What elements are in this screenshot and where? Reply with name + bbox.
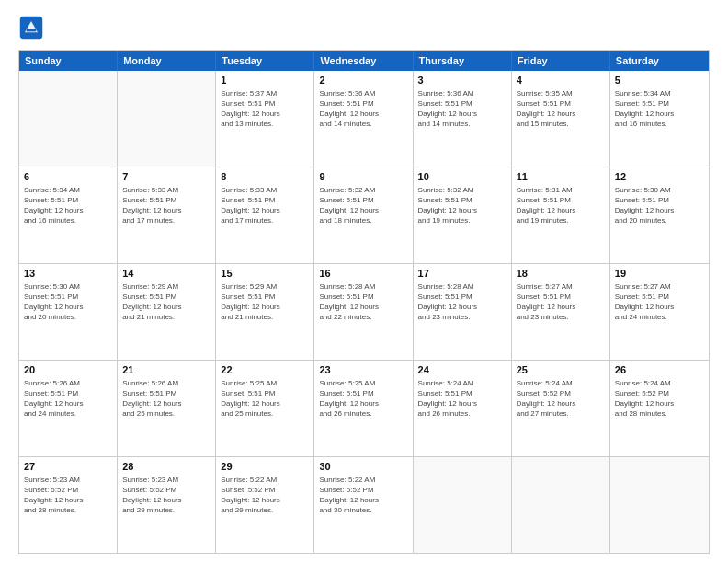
calendar-body: 1Sunrise: 5:37 AM Sunset: 5:51 PM Daylig… <box>19 71 709 553</box>
day-info: Sunrise: 5:28 AM Sunset: 5:51 PM Dayligh… <box>418 282 506 323</box>
day-info: Sunrise: 5:36 AM Sunset: 5:51 PM Dayligh… <box>418 88 506 130</box>
day-info: Sunrise: 5:24 AM Sunset: 5:52 PM Dayligh… <box>517 378 605 419</box>
cal-cell: 8Sunrise: 5:33 AM Sunset: 5:51 PM Daylig… <box>216 167 314 263</box>
cal-cell: 21Sunrise: 5:26 AM Sunset: 5:51 PM Dayli… <box>118 361 216 456</box>
day-info: Sunrise: 5:32 AM Sunset: 5:51 PM Dayligh… <box>418 185 506 226</box>
day-info: Sunrise: 5:24 AM Sunset: 5:51 PM Dayligh… <box>418 378 506 419</box>
day-number: 11 <box>517 170 605 184</box>
cal-header-thursday: Thursday <box>414 51 512 71</box>
day-number: 30 <box>319 460 407 474</box>
day-number: 7 <box>122 170 210 184</box>
cal-cell: 28Sunrise: 5:23 AM Sunset: 5:52 PM Dayli… <box>118 457 216 553</box>
day-number: 9 <box>319 170 407 184</box>
day-number: 1 <box>221 74 309 87</box>
day-number: 6 <box>24 170 112 184</box>
cal-header-saturday: Saturday <box>610 51 709 71</box>
day-info: Sunrise: 5:23 AM Sunset: 5:52 PM Dayligh… <box>24 475 112 516</box>
logo <box>18 15 48 40</box>
day-info: Sunrise: 5:25 AM Sunset: 5:51 PM Dayligh… <box>221 378 309 419</box>
day-number: 25 <box>517 363 605 377</box>
day-info: Sunrise: 5:31 AM Sunset: 5:51 PM Dayligh… <box>517 185 605 226</box>
day-number: 8 <box>221 170 309 184</box>
day-info: Sunrise: 5:35 AM Sunset: 5:51 PM Dayligh… <box>517 88 605 130</box>
cal-cell: 29Sunrise: 5:22 AM Sunset: 5:52 PM Dayli… <box>216 457 314 553</box>
cal-cell: 18Sunrise: 5:27 AM Sunset: 5:51 PM Dayli… <box>512 264 610 360</box>
cal-cell: 4Sunrise: 5:35 AM Sunset: 5:51 PM Daylig… <box>512 71 610 167</box>
day-info: Sunrise: 5:33 AM Sunset: 5:51 PM Dayligh… <box>221 185 309 226</box>
day-number: 29 <box>221 460 309 474</box>
cal-cell <box>118 71 216 167</box>
day-info: Sunrise: 5:34 AM Sunset: 5:51 PM Dayligh… <box>615 88 704 130</box>
cal-cell: 30Sunrise: 5:22 AM Sunset: 5:52 PM Dayli… <box>314 457 413 553</box>
cal-cell: 7Sunrise: 5:33 AM Sunset: 5:51 PM Daylig… <box>118 167 216 263</box>
day-number: 16 <box>319 267 407 281</box>
cal-cell: 15Sunrise: 5:29 AM Sunset: 5:51 PM Dayli… <box>216 264 314 360</box>
day-number: 4 <box>517 74 605 87</box>
day-info: Sunrise: 5:26 AM Sunset: 5:51 PM Dayligh… <box>24 378 112 419</box>
calendar: SundayMondayTuesdayWednesdayThursdayFrid… <box>18 50 710 554</box>
day-info: Sunrise: 5:30 AM Sunset: 5:51 PM Dayligh… <box>615 185 704 226</box>
cal-week-1: 1Sunrise: 5:37 AM Sunset: 5:51 PM Daylig… <box>19 71 709 167</box>
day-number: 2 <box>319 74 407 87</box>
day-number: 18 <box>517 267 605 281</box>
cal-cell: 22Sunrise: 5:25 AM Sunset: 5:51 PM Dayli… <box>216 361 314 456</box>
cal-cell: 23Sunrise: 5:25 AM Sunset: 5:51 PM Dayli… <box>314 361 413 456</box>
cal-cell <box>512 457 610 553</box>
day-number: 19 <box>615 267 704 281</box>
day-info: Sunrise: 5:23 AM Sunset: 5:52 PM Dayligh… <box>122 475 210 516</box>
day-number: 23 <box>319 363 407 377</box>
day-number: 22 <box>221 363 309 377</box>
day-number: 27 <box>24 460 112 474</box>
cal-cell <box>414 457 512 553</box>
svg-rect-2 <box>27 29 37 32</box>
cal-cell: 13Sunrise: 5:30 AM Sunset: 5:51 PM Dayli… <box>19 264 118 360</box>
day-info: Sunrise: 5:33 AM Sunset: 5:51 PM Dayligh… <box>122 185 210 226</box>
cal-cell: 16Sunrise: 5:28 AM Sunset: 5:51 PM Dayli… <box>314 264 413 360</box>
cal-cell: 2Sunrise: 5:36 AM Sunset: 5:51 PM Daylig… <box>314 71 413 167</box>
cal-header-sunday: Sunday <box>19 51 118 71</box>
day-number: 13 <box>24 267 112 281</box>
day-number: 12 <box>615 170 704 184</box>
day-info: Sunrise: 5:25 AM Sunset: 5:51 PM Dayligh… <box>319 378 407 419</box>
day-number: 20 <box>24 363 112 377</box>
cal-header-friday: Friday <box>512 51 610 71</box>
day-number: 3 <box>418 74 506 87</box>
day-info: Sunrise: 5:32 AM Sunset: 5:51 PM Dayligh… <box>319 185 407 226</box>
cal-week-2: 6Sunrise: 5:34 AM Sunset: 5:51 PM Daylig… <box>19 167 709 263</box>
cal-cell: 6Sunrise: 5:34 AM Sunset: 5:51 PM Daylig… <box>19 167 118 263</box>
day-number: 5 <box>615 74 704 87</box>
day-number: 21 <box>122 363 210 377</box>
cal-header-wednesday: Wednesday <box>314 51 413 71</box>
day-number: 14 <box>122 267 210 281</box>
page: SundayMondayTuesdayWednesdayThursdayFrid… <box>0 0 728 563</box>
header <box>18 15 710 40</box>
day-info: Sunrise: 5:29 AM Sunset: 5:51 PM Dayligh… <box>122 282 210 323</box>
day-info: Sunrise: 5:22 AM Sunset: 5:52 PM Dayligh… <box>221 475 309 516</box>
day-info: Sunrise: 5:36 AM Sunset: 5:51 PM Dayligh… <box>319 88 407 130</box>
day-number: 26 <box>615 363 704 377</box>
cal-cell: 5Sunrise: 5:34 AM Sunset: 5:51 PM Daylig… <box>610 71 709 167</box>
day-info: Sunrise: 5:24 AM Sunset: 5:52 PM Dayligh… <box>615 378 704 419</box>
day-number: 24 <box>418 363 506 377</box>
day-info: Sunrise: 5:28 AM Sunset: 5:51 PM Dayligh… <box>319 282 407 323</box>
cal-cell: 9Sunrise: 5:32 AM Sunset: 5:51 PM Daylig… <box>314 167 413 263</box>
cal-cell: 17Sunrise: 5:28 AM Sunset: 5:51 PM Dayli… <box>414 264 512 360</box>
day-number: 15 <box>221 267 309 281</box>
day-number: 10 <box>418 170 506 184</box>
cal-cell: 26Sunrise: 5:24 AM Sunset: 5:52 PM Dayli… <box>610 361 709 456</box>
cal-cell: 20Sunrise: 5:26 AM Sunset: 5:51 PM Dayli… <box>19 361 118 456</box>
cal-cell: 24Sunrise: 5:24 AM Sunset: 5:51 PM Dayli… <box>414 361 512 456</box>
day-info: Sunrise: 5:27 AM Sunset: 5:51 PM Dayligh… <box>517 282 605 323</box>
cal-cell: 14Sunrise: 5:29 AM Sunset: 5:51 PM Dayli… <box>118 264 216 360</box>
day-number: 17 <box>418 267 506 281</box>
day-info: Sunrise: 5:27 AM Sunset: 5:51 PM Dayligh… <box>615 282 704 323</box>
cal-header-monday: Monday <box>118 51 216 71</box>
day-info: Sunrise: 5:37 AM Sunset: 5:51 PM Dayligh… <box>221 88 309 130</box>
day-info: Sunrise: 5:26 AM Sunset: 5:51 PM Dayligh… <box>122 378 210 419</box>
cal-cell: 25Sunrise: 5:24 AM Sunset: 5:52 PM Dayli… <box>512 361 610 456</box>
cal-cell <box>19 71 118 167</box>
day-number: 28 <box>122 460 210 474</box>
day-info: Sunrise: 5:29 AM Sunset: 5:51 PM Dayligh… <box>221 282 309 323</box>
cal-week-4: 20Sunrise: 5:26 AM Sunset: 5:51 PM Dayli… <box>19 360 709 456</box>
cal-week-5: 27Sunrise: 5:23 AM Sunset: 5:52 PM Dayli… <box>19 456 709 553</box>
